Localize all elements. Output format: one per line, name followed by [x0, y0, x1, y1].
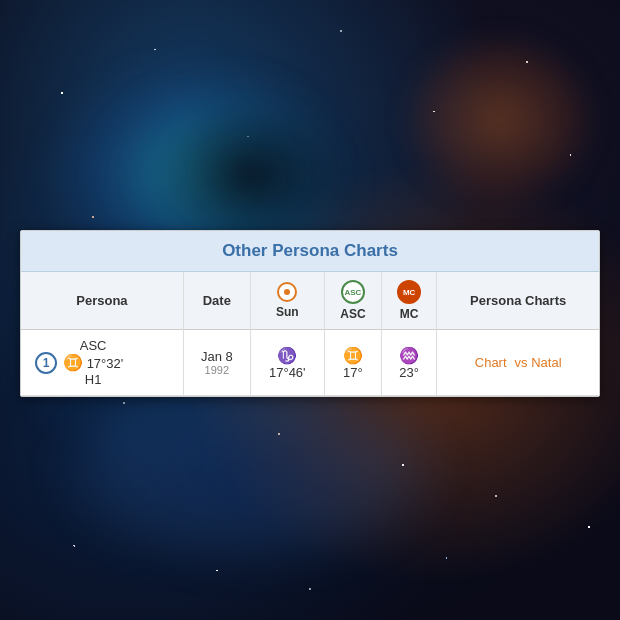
persona-charts-links-cell: Chart vs Natal [437, 330, 599, 396]
col-date: Date [183, 272, 250, 330]
persona-type: ASC [63, 338, 123, 353]
date-cell: Jan 8 1992 [183, 330, 250, 396]
table-header-row: Persona Date Sun ASC ASC [21, 272, 599, 330]
persona-degree: 17°32' [87, 356, 124, 371]
sun-sign-symbol: ♑ [277, 347, 297, 364]
col-asc: ASC ASC [324, 272, 381, 330]
persona-charts-table: Other Persona Charts Persona Date Sun [20, 230, 600, 397]
asc-sign-symbol: ♊ [343, 347, 363, 364]
nebula-dark [150, 100, 350, 250]
persona-house: H1 [63, 372, 123, 387]
mc-sign-symbol: ♒ [399, 347, 419, 364]
vs-natal-link[interactable]: vs Natal [515, 355, 562, 370]
mc-value-cell: ♒ 23° [382, 330, 437, 396]
col-sun: Sun [250, 272, 324, 330]
nebula-orange [400, 30, 600, 210]
sun-degree: 17°46' [269, 365, 306, 380]
mc-icon: MC [397, 280, 421, 304]
asc-degree: 17° [343, 365, 363, 380]
asc-value-cell: ♊ 17° [324, 330, 381, 396]
mc-degree: 23° [399, 365, 419, 380]
table-title: Other Persona Charts [21, 231, 599, 272]
col-persona: Persona [21, 272, 183, 330]
col-persona-charts: Persona Charts [437, 272, 599, 330]
year-value: 1992 [190, 364, 244, 376]
persona-sign: ♊ [63, 354, 83, 371]
asc-icon: ASC [341, 280, 365, 304]
nebula-bottom [50, 370, 450, 570]
chart-link[interactable]: Chart [475, 355, 507, 370]
sun-value-cell: ♑ 17°46' [250, 330, 324, 396]
persona-cell: 1 ASC ♊ 17°32' H1 [21, 330, 183, 396]
date-value: Jan 8 [190, 349, 244, 364]
col-mc: MC MC [382, 272, 437, 330]
sun-icon [277, 282, 297, 302]
table-row: 1 ASC ♊ 17°32' H1 [21, 330, 599, 396]
persona-number: 1 [35, 352, 57, 374]
